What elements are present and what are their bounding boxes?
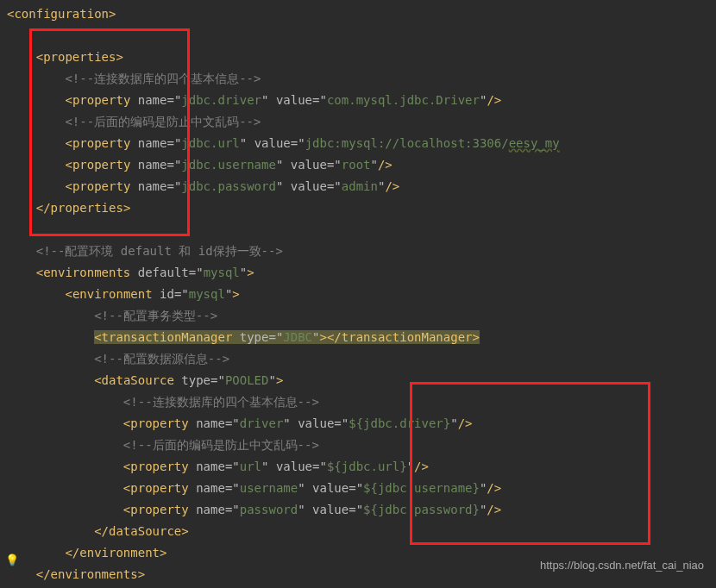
token-comment: <!--连接数据库的四个基本信息--> (123, 395, 319, 409)
token-plain (232, 330, 239, 344)
token-punct: < (65, 179, 72, 193)
code-line[interactable] (7, 219, 716, 241)
token-attr-val: admin (342, 179, 378, 193)
code-line[interactable]: <transactionManager type="JDBC"></transa… (7, 327, 716, 348)
token-attr-name: value (254, 136, 291, 150)
token-attr-name: type (181, 373, 210, 387)
token-attr-val: mysql (204, 266, 240, 279)
token-punct: > (123, 201, 130, 215)
token-punct: </ (94, 524, 109, 538)
token-comment: <!--连接数据库的四个基本信息--> (65, 72, 261, 85)
token-attr-val: jdbc.url (181, 136, 239, 150)
code-line[interactable]: </properties> (7, 197, 716, 219)
token-punct: > (116, 50, 122, 64)
token-plain (189, 503, 196, 516)
code-line[interactable]: </dataSource> (7, 521, 716, 542)
code-line[interactable]: <properties> (7, 47, 716, 68)
code-line[interactable] (7, 25, 716, 47)
code-line[interactable]: <!--后面的编码是防止中文乱码--> (7, 111, 716, 133)
token-punct: < (65, 136, 72, 150)
code-line[interactable]: <property name="url" value="${jdbc.url}"… (7, 456, 716, 478)
token-attr-eq: =" (349, 503, 363, 516)
code-line[interactable]: <environment id="mysql"> (7, 284, 716, 305)
code-line[interactable]: <property name="username" value="${jdbc.… (7, 478, 716, 499)
token-attr-eq: =" (327, 158, 342, 172)
token-punct: > (276, 373, 283, 387)
token-tag: environments (43, 266, 130, 279)
token-attr-val: ${jdbc.password} (363, 503, 480, 516)
token-attr-eq: =" (312, 460, 327, 473)
token-attr-eq: " (240, 266, 247, 279)
token-attr-val: root (342, 158, 371, 172)
code-line[interactable]: <configuration> (7, 3, 716, 25)
token-attr-val: com.mysql.jdbc.Driver (327, 93, 480, 107)
token-attr-eq: =" (312, 93, 327, 107)
token-punct: < (94, 330, 101, 344)
code-line[interactable]: <!--配置环境 default 和 id保持一致--> (7, 241, 716, 262)
code-line[interactable]: <!--配置事务类型--> (7, 305, 716, 327)
token-punct: </ (36, 201, 51, 215)
token-attr-eq: " (240, 136, 254, 150)
token-attr-val: jdbc:mysql://localhost:3306/ (305, 136, 509, 150)
highlighted-code: <transactionManager type="JDBC"></transa… (94, 330, 480, 344)
bulb-icon[interactable]: 💡 (5, 549, 19, 571)
token-attr-eq: " (283, 416, 298, 430)
token-punct: > (247, 266, 254, 279)
token-tag: property (130, 460, 188, 473)
token-punct: > (109, 7, 116, 21)
token-attr-eq: " (407, 460, 414, 473)
token-attr-eq: " (261, 460, 276, 473)
token-punct: < (36, 266, 43, 279)
code-line[interactable]: <property name="driver" value="${jdbc.dr… (7, 413, 716, 435)
code-line[interactable]: <!--配置数据源信息--> (7, 348, 716, 370)
token-punct: > (473, 330, 480, 344)
token-tag: environment (79, 546, 160, 560)
code-line[interactable]: <dataSource type="POOLED"> (7, 370, 716, 391)
code-line[interactable]: <!--后面的编码是防止中文乱码--> (7, 435, 716, 456)
token-attr-name: value (276, 93, 312, 107)
token-attr-name: name (196, 416, 225, 430)
token-plain (130, 179, 137, 193)
token-punct: /> (458, 416, 473, 430)
token-attr-eq: =" (225, 416, 240, 430)
token-attr-eq: =" (349, 481, 363, 495)
token-tag: property (72, 93, 130, 107)
code-line[interactable]: <property name="password" value="${jdbc.… (7, 499, 716, 521)
code-line[interactable]: <property name="jdbc.password" value="ad… (7, 176, 716, 197)
token-punct: </ (65, 546, 79, 560)
token-attr-eq: =" (225, 503, 240, 516)
token-attr-val: jdbc.password (181, 179, 276, 193)
token-punct: /> (487, 93, 501, 107)
code-line[interactable]: <property name="jdbc.driver" value="com.… (7, 90, 716, 111)
token-tag: dataSource (109, 524, 181, 538)
code-editor[interactable]: <configuration> <properties> <!--连接数据库的四… (0, 0, 716, 585)
token-punct: /> (487, 503, 501, 516)
token-plain (130, 93, 137, 107)
code-line[interactable]: <environments default="mysql"> (7, 262, 716, 284)
code-line[interactable]: <!--连接数据库的四个基本信息--> (7, 68, 716, 90)
token-attr-eq: =" (166, 136, 181, 150)
token-plain (189, 416, 196, 430)
token-attr-eq: =" (225, 481, 240, 495)
token-attr-name: name (138, 158, 167, 172)
token-attr-val: driver (240, 416, 284, 430)
token-tag: properties (43, 50, 116, 64)
token-punct: > (181, 524, 188, 538)
token-attr-name: name (138, 93, 167, 107)
token-attr-val: ${jdbc.username} (363, 481, 480, 495)
code-line[interactable]: <property name="jdbc.username" value="ro… (7, 154, 716, 176)
token-attr-eq: =" (189, 266, 204, 279)
token-tag: transactionManager (102, 330, 233, 344)
token-punct: > (138, 567, 145, 581)
token-attr-name: name (138, 179, 167, 193)
token-attr-name: value (291, 179, 327, 193)
token-attr-eq: =" (291, 136, 305, 150)
token-plain (153, 287, 160, 301)
code-line[interactable]: <!--连接数据库的四个基本信息--> (7, 391, 716, 413)
token-attr-name: value (298, 416, 334, 430)
code-line[interactable]: <property name="jdbc.url" value="jdbc:my… (7, 133, 716, 154)
token-attr-val: JDBC (283, 330, 312, 344)
token-plain (130, 136, 137, 150)
token-tag: property (130, 503, 188, 516)
token-attr-name: id (160, 287, 174, 301)
